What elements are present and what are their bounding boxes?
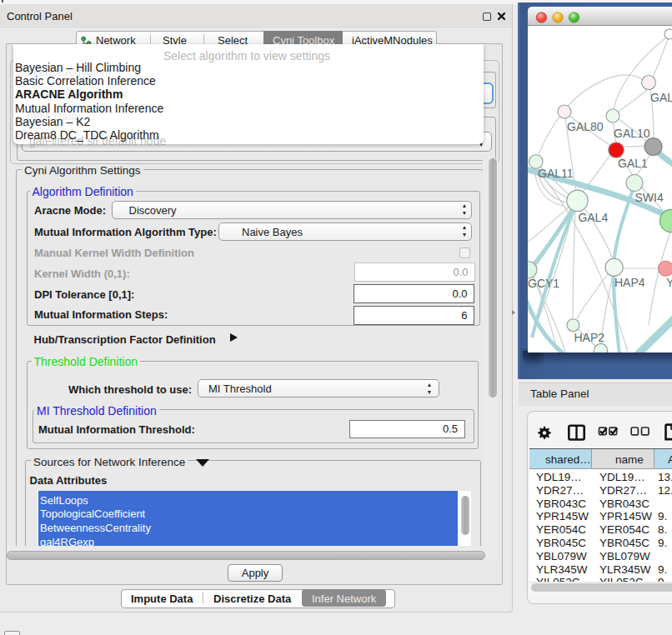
svg-text:GCY1: GCY1 [528,277,559,290]
svg-text:GAL11: GAL11 [538,167,574,180]
svg-text:SWI4: SWI4 [635,191,664,204]
svg-text:GAL80: GAL80 [567,120,604,133]
svg-text:HAP4: HAP4 [614,276,645,289]
svg-text:GAL1: GAL1 [618,157,648,170]
svg-text:HAP2: HAP2 [574,331,605,344]
svg-text:GAL10: GAL10 [614,127,650,140]
svg-text:GAL2: GAL2 [650,91,672,104]
svg-text:Y: Y [666,276,672,289]
svg-text:GAL4: GAL4 [578,211,608,224]
